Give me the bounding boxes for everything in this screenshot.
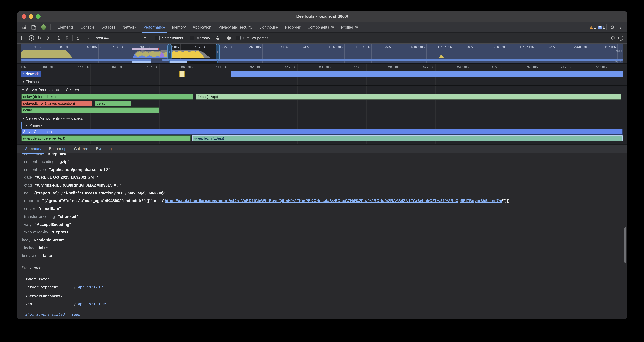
summary-key: content-type	[24, 167, 46, 172]
tab-profiler[interactable]: Profiler	[338, 22, 362, 32]
messages-badge[interactable]: 1	[598, 25, 605, 29]
divider	[607, 35, 607, 41]
tab-elements[interactable]: Elements	[54, 22, 77, 32]
help-icon[interactable]: ?	[617, 34, 625, 42]
flame-bar-fetch-api[interactable]: fetch (.../api)	[196, 94, 622, 100]
home-live-metrics-icon[interactable]: ⌂	[74, 34, 82, 42]
source-location-link[interactable]: App.js:128:9	[78, 285, 104, 289]
stack-frame-servercomponent: ServerComponent@App.js:128:9	[25, 284, 104, 290]
show-ignore-listed-frames-link[interactable]: Show ignore-listed frames	[25, 312, 80, 317]
track-server-requests-header[interactable]: Server Requests — Custom	[21, 87, 623, 93]
bottom-tab-event-log[interactable]: Event log	[92, 145, 116, 153]
group-primary[interactable]: Primary	[21, 122, 623, 128]
bottom-tab-bottom-up[interactable]: Bottom-up	[45, 145, 70, 153]
summary-row-nel: nel"{\"report_to\":\"cf-nel\",\"success_…	[17, 189, 627, 197]
summary-row-body: bodyReadableStream	[17, 236, 627, 244]
summary-row-content-encoding: content-encoding"gzip"	[17, 158, 627, 166]
clear-recording-button[interactable]: ⊘	[44, 34, 51, 42]
collect-garbage-icon[interactable]	[213, 34, 221, 42]
selected-tab-underline	[142, 32, 166, 33]
screenshots-checkbox[interactable]: Screenshots	[155, 36, 183, 40]
profile-select-value: localhost #4	[88, 36, 108, 40]
node-icon[interactable]	[39, 23, 48, 31]
checkbox-icon	[155, 36, 160, 40]
stack-frame-await-fetch: await fetch	[25, 276, 74, 282]
selection-left-handle[interactable]: ‖	[168, 44, 172, 60]
summary-value: "keep-alive"	[46, 153, 70, 156]
network-request-chip[interactable]	[180, 71, 185, 77]
bottom-tab-call-tree[interactable]: Call tree	[70, 145, 92, 153]
tab-network[interactable]: Network	[119, 22, 140, 32]
toggle-sidebar-icon[interactable]	[20, 34, 28, 42]
flame-bar-await-delay-deferred-text[interactable]: await delay (deferred text)	[21, 135, 191, 141]
summary-value: "Accept-Encoding"	[35, 222, 71, 227]
flame-bar-delayederror-ayed-exception[interactable]: delayedError (...ayed exception)	[21, 101, 92, 106]
summary-row-connection: connection"keep-alive"	[17, 153, 627, 158]
devtools-window: DevTools - localhost:3000/ ElementsConso…	[17, 11, 627, 319]
reload-and-record-button[interactable]: ↻	[36, 34, 44, 42]
performance-settings-gear-icon[interactable]: ⚙	[609, 34, 617, 42]
tab-sources[interactable]: Sources	[98, 22, 119, 32]
flamechart-content: ms567 ms577 ms587 ms597 ms607 ms617 ms62…	[21, 64, 623, 144]
tab-console[interactable]: Console	[77, 22, 98, 32]
bottom-tab-summary[interactable]: Summary	[21, 145, 45, 153]
ruler-label: 607 ms	[167, 65, 192, 69]
tab-performance[interactable]: Performance	[140, 22, 168, 32]
tab-recorder[interactable]: Recorder	[282, 22, 304, 32]
scrollbar-thumb[interactable]	[624, 227, 626, 263]
selection-right-handle[interactable]: ‖	[216, 44, 220, 60]
tab-privacy-and-security[interactable]: Privacy and security	[215, 22, 256, 32]
record-button[interactable]	[28, 34, 36, 42]
tab-lighthouse[interactable]: Lighthouse	[256, 22, 282, 32]
ruler-label: 687 ms	[444, 65, 469, 69]
track-divider	[17, 85, 627, 86]
upload-profile-icon[interactable]: ↥	[55, 34, 63, 42]
network-overview-lane	[21, 61, 623, 63]
flame-bar-delay[interactable]: delay	[95, 101, 131, 106]
flame-bar-delay[interactable]: delay	[21, 107, 159, 113]
memory-checkbox[interactable]: Memory	[189, 36, 210, 40]
titlebar: DevTools - localhost:3000/	[17, 11, 627, 22]
tab-application[interactable]: Application	[189, 22, 215, 32]
more-options-kebab-icon[interactable]: ⋮	[616, 23, 625, 31]
stack-frame-app: App@App.js:190:16	[25, 301, 106, 307]
source-location-link[interactable]: App.js:190:16	[78, 302, 106, 306]
warnings-badge[interactable]: ⚠1	[590, 25, 596, 29]
network-track-header[interactable]: Network	[21, 71, 41, 77]
throttling-icon[interactable]	[225, 34, 233, 42]
chevron-down-icon	[144, 37, 146, 39]
flame-bar-servercomponent[interactable]: ServerComponent	[21, 129, 623, 135]
settings-gear-icon[interactable]: ⚙	[608, 23, 616, 31]
summary-row-bodyused: bodyUsedfalse	[17, 252, 627, 260]
react-atom-icon	[355, 25, 358, 29]
dim-3rd-parties-checkbox[interactable]: Dim 3rd parties	[236, 36, 268, 40]
selected-tab-underline	[22, 153, 44, 154]
summary-pane: connection"keep-alive"content-encoding"g…	[17, 153, 627, 319]
divider	[150, 35, 150, 41]
inspect-element-icon[interactable]	[20, 23, 28, 31]
ruler-label: 697 ms	[478, 65, 503, 69]
summary-key: nel	[24, 191, 29, 195]
report-to-link[interactable]: https://a.nel.cloudflare.com/report/v4?s…	[165, 199, 502, 203]
network-request-bar[interactable]	[230, 71, 623, 77]
tab-components[interactable]: Components	[304, 22, 338, 32]
device-toolbar-icon[interactable]	[30, 23, 38, 31]
profile-select[interactable]: localhost #4	[88, 36, 146, 40]
summary-key: etag	[24, 183, 32, 187]
summary-value: "{\"group\":\"cf-nel\",\"max_age\":60480…	[42, 199, 512, 203]
cpu-baseline	[21, 58, 623, 58]
track-timings[interactable]: Timings	[21, 78, 623, 85]
disclosure-triangle-icon	[25, 125, 28, 126]
ruler-label: 617 ms	[202, 65, 227, 69]
flame-bar-delay-deferred-text[interactable]: delay (deferred text)	[21, 94, 193, 100]
network-overview-segment	[132, 61, 151, 64]
checkbox-icon	[189, 36, 194, 40]
summary-key: vary	[24, 222, 32, 227]
track-drag-handle[interactable]: ⋮⋮	[44, 72, 48, 75]
track-server-components-header[interactable]: Server Components — Custom	[21, 115, 623, 122]
download-profile-icon[interactable]: ↧	[63, 34, 71, 42]
timeline-overview-content[interactable]: 97 ms197 ms297 ms397 ms497 ms597 ms697 m…	[21, 44, 623, 64]
tab-memory[interactable]: Memory	[168, 22, 189, 32]
flame-bar-await-fetch-api[interactable]: await fetch (.../api)	[192, 135, 623, 141]
network-overview-lane	[21, 59, 623, 61]
